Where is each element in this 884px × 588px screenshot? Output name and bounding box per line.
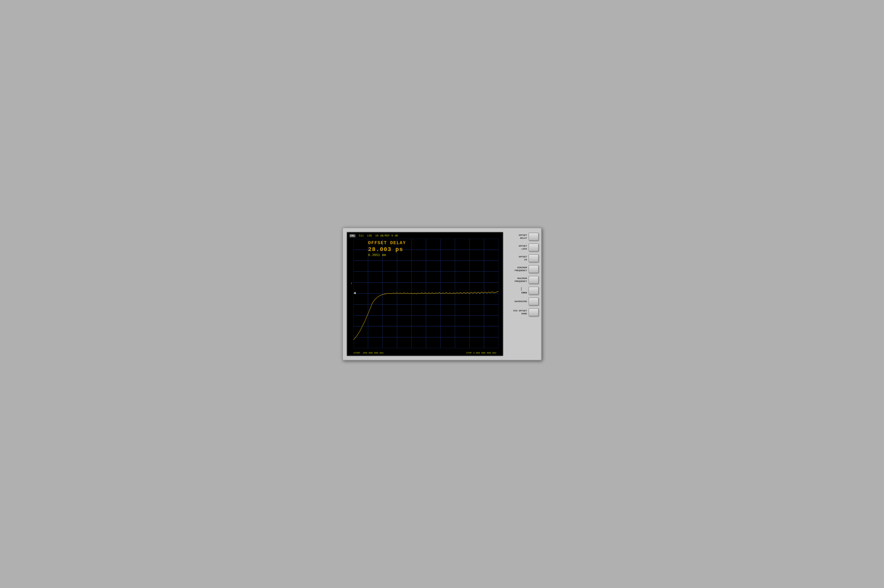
menu-item-coax: COAX: [505, 287, 539, 295]
max-freq-btn-label: MAXIMUM FREQUENCY: [515, 277, 527, 283]
instrument: CH1 S11 LOG 10 dB/REF 0 dB OFFSET DELAY …: [342, 228, 542, 360]
offset-delay-label: OFFSET DELAY: [368, 240, 406, 246]
channel-badge: CH1: [350, 234, 356, 237]
scale-type: LOG: [367, 234, 372, 237]
min-freq-btn-label: MINIMUM FREQUENCY: [515, 266, 527, 272]
offset-z0-button[interactable]: [528, 254, 539, 262]
sidebar: OFFSET DELAY OFFSET LOSS OFFSET Z0 MINIM…: [505, 232, 539, 356]
menu-item-offset-loss: OFFSET LOSS: [505, 243, 539, 251]
offset-delay-value: 28.003 ps: [368, 246, 403, 253]
menu-item-offset-delay: OFFSET DELAY: [505, 233, 539, 241]
scale-value: 10 dB/REF 0 dB: [375, 234, 398, 237]
stop-freq-label: STOP 3.000 000 000 GHz: [466, 352, 497, 354]
menu-item-waveguide: WAVEGUIDE: [505, 297, 539, 305]
std-offset-done-button[interactable]: [528, 308, 539, 316]
std-offset-done-btn-label: STD OFFSET DONE: [513, 309, 527, 315]
offset-z0-btn-label: OFFSET Z0: [519, 255, 527, 261]
offset-loss-btn-label: OFFSET LOSS: [519, 244, 527, 250]
coax-button[interactable]: [528, 287, 539, 295]
coax-btn-label: COAX: [522, 291, 527, 294]
menu-item-std-offset-done: STD OFFSET DONE: [505, 308, 539, 316]
waveguide-button[interactable]: [528, 297, 539, 305]
param-label: S11: [359, 234, 364, 237]
offset-delay-mm: 8.3951 mm: [368, 253, 386, 257]
screen-display: CH1 S11 LOG 10 dB/REF 0 dB OFFSET DELAY …: [347, 232, 503, 356]
screen-header: CH1 S11 LOG 10 dB/REF 0 dB: [350, 234, 398, 237]
menu-item-min-freq: MINIMUM FREQUENCY: [505, 265, 539, 273]
offset-loss-button[interactable]: [528, 243, 539, 251]
arrow-up-icon: ↑: [351, 282, 352, 285]
start-freq-label: START .050 000 000 GHz: [354, 352, 384, 354]
coax-divider: [521, 287, 522, 291]
min-freq-button[interactable]: [528, 265, 539, 273]
waveguide-btn-label: WAVEGUIDE: [515, 300, 527, 303]
cursor-marker: [354, 292, 356, 294]
bottom-labels: START .050 000 000 GHz STOP 3.000 000 00…: [347, 352, 503, 354]
offset-delay-button[interactable]: [528, 233, 539, 241]
max-freq-button[interactable]: [528, 276, 539, 284]
offset-delay-btn-label: OFFSET DELAY: [519, 234, 527, 240]
menu-item-max-freq: MAXIMUM FREQUENCY: [505, 276, 539, 284]
menu-item-offset-z0: OFFSET Z0: [505, 254, 539, 262]
